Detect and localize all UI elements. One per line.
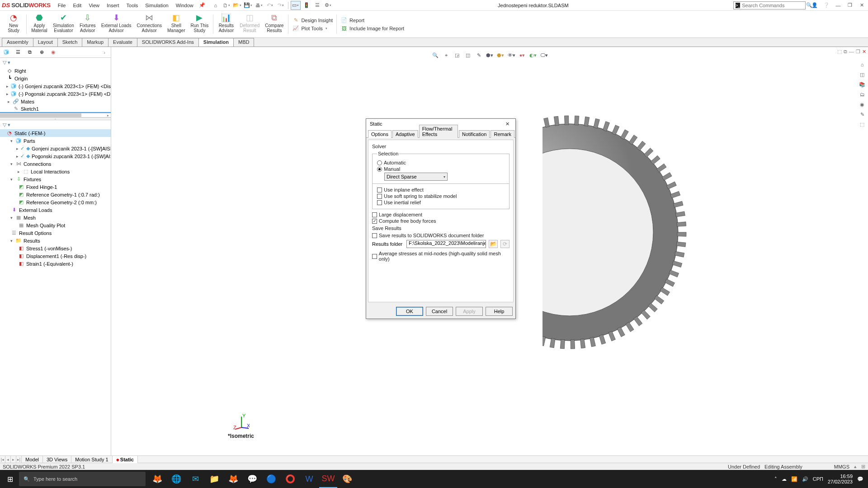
section-view-icon[interactable]: ◫ <box>463 51 473 60</box>
close-button[interactable]: ✕ <box>857 1 866 9</box>
restore-button[interactable]: ❐ <box>845 1 854 9</box>
radio-manual[interactable]: Manual <box>377 166 506 172</box>
save-icon[interactable]: 💾▾ <box>243 1 253 10</box>
sim-mesh-node[interactable]: ▾▦Mesh <box>0 214 111 221</box>
fm-expand-icon[interactable]: › <box>100 48 109 57</box>
refresh-folder-button[interactable]: ⟳ <box>500 240 509 248</box>
tree-item-origin[interactable]: ┗Origin <box>0 75 111 82</box>
scene-icon[interactable]: ◐▾ <box>528 51 538 60</box>
menu-window[interactable]: Window <box>172 2 197 9</box>
pin-icon[interactable]: 📌 <box>199 2 205 8</box>
plot-tools-button[interactable]: 📈Plot Tools▾ <box>292 25 333 32</box>
tab-markup[interactable]: Markup <box>82 38 108 47</box>
tree-item-sketch[interactable]: ✎Sketch1 <box>0 105 111 113</box>
compare-results-button[interactable]: ⧉Compare Results <box>262 12 286 37</box>
taskpane-custom-icon[interactable]: ✎ <box>858 110 866 118</box>
taskbar-edge-icon[interactable]: 🌐 <box>167 470 185 488</box>
results-advisor-button[interactable]: 📊Results Advisor <box>215 12 237 37</box>
shell-manager-button[interactable]: ◧Shell Manager <box>165 12 188 37</box>
fm-tab-property-icon[interactable]: ☰ <box>14 48 23 57</box>
sim-fixtures-node[interactable]: ▾⇩Fixtures <box>0 175 111 183</box>
menu-tools[interactable]: Tools <box>123 2 142 9</box>
menu-view[interactable]: View <box>85 2 103 9</box>
tray-clock[interactable]: 16:59 27/02/2023 <box>828 474 853 484</box>
sim-part-gonjeni[interactable]: ▸✓◆Gonjeni zupcanik 2023-1 (-[SW]AISI 10… <box>0 145 111 152</box>
undo-icon[interactable]: ↶▾ <box>265 1 275 10</box>
home-icon[interactable]: ⌂ <box>211 1 221 10</box>
taskbar-cortana-icon[interactable]: 🦊 <box>148 470 166 488</box>
help-button[interactable]: Help <box>486 307 513 316</box>
taskbar-word-icon[interactable]: W <box>300 470 318 488</box>
user-icon[interactable]: 👤 <box>810 1 819 9</box>
external-loads-advisor-button[interactable]: ⬇External Loads Advisor <box>99 12 134 37</box>
tree-item-gonjeni[interactable]: ▸🧊(-) Gonjeni zupcanik 2023<1> (FEM) <Di… <box>0 82 111 90</box>
bottom-tab-model[interactable]: Model <box>22 456 43 463</box>
sim-strain1[interactable]: ◧Strain1 (-Equivalent-) <box>0 260 111 267</box>
taskbar-opera-icon[interactable]: ⭕ <box>281 470 299 488</box>
fm-filter[interactable]: ▽ ▾ <box>0 58 111 67</box>
new-doc-icon[interactable]: 🗋▾ <box>222 1 231 10</box>
cancel-button[interactable]: Cancel <box>426 307 453 316</box>
print-icon[interactable]: 🖶▾ <box>254 1 264 10</box>
settings-icon[interactable]: ⚙▾ <box>323 1 333 10</box>
taskbar-firefox-icon[interactable]: 🦊 <box>224 470 242 488</box>
search-input[interactable] <box>742 3 804 8</box>
vp-split-icon[interactable]: ⧉ <box>844 49 847 55</box>
display-style-icon[interactable]: ⬣▾ <box>495 51 505 60</box>
zoom-area-icon[interactable]: ⌖ <box>441 51 451 60</box>
dlg-tab-adaptive[interactable]: Adaptive <box>392 130 418 138</box>
tray-notifications-icon[interactable]: 💬 <box>857 476 863 482</box>
sim-stress1[interactable]: ◧Stress1 (-vonMises-) <box>0 244 111 252</box>
rebuild-icon[interactable]: 🚦 <box>302 1 311 10</box>
dlg-tab-remark[interactable]: Remark <box>491 130 514 138</box>
ok-button[interactable]: OK <box>396 307 423 316</box>
sim-refgeo2[interactable]: ◩Reference Geometry-2 (:0 mm:) <box>0 198 111 206</box>
tree-item-right[interactable]: ◇Right <box>0 67 111 75</box>
chk-free-body[interactable]: Compute free body forces <box>372 218 509 224</box>
tree-item-pogonski[interactable]: ▸🧊(-) Pogonski zupcanik 2023<1> (FEM) <D… <box>0 90 111 98</box>
chk-avg-stress[interactable]: Average stresses at mid-nodes (high-qual… <box>372 251 509 262</box>
tab-mbd[interactable]: MBD <box>233 38 254 47</box>
sim-displacement1[interactable]: ◧Displacement1 (-Res disp-) <box>0 252 111 260</box>
taskpane-home-icon[interactable]: ⌂ <box>858 61 866 69</box>
tab-simulation[interactable]: Simulation <box>198 38 234 47</box>
simulation-evaluator-button[interactable]: ✔Simulation Evaluator <box>50 12 77 37</box>
taskbar-search[interactable]: 🔍 Type here to search <box>19 472 146 486</box>
menu-simulation[interactable]: Simulation <box>142 2 172 9</box>
chk-softspring[interactable]: Use soft spring to stabilize model <box>377 193 506 199</box>
sim-result-options[interactable]: ☰Result Options <box>0 229 111 237</box>
taskpane-appear-icon[interactable]: ◉ <box>858 100 866 108</box>
view-orient-icon[interactable]: ⬢▾ <box>485 51 495 60</box>
chk-inertial[interactable]: Use inertial relief <box>377 200 506 205</box>
redo-icon[interactable]: ↷▾ <box>276 1 286 10</box>
vp-expand-icon[interactable]: ⬚ <box>837 49 842 55</box>
sim-connections-node[interactable]: ▾⋈Connections <box>0 160 111 168</box>
start-button[interactable]: ⊞ <box>1 470 19 488</box>
tray-language[interactable]: СРП <box>813 476 823 482</box>
fm-tab-dim-icon[interactable]: ⊕ <box>37 48 46 57</box>
taskbar-chrome-icon[interactable]: 🔵 <box>262 470 280 488</box>
fm-tab-tree-icon[interactable]: 🧊 <box>2 48 11 57</box>
sim-refgeo1[interactable]: ◩Reference Geometry-1 (:0.7 rad:) <box>0 191 111 198</box>
tab-addins[interactable]: SOLIDWORKS Add-Ins <box>137 38 199 47</box>
tab-layout[interactable]: Layout <box>33 38 58 47</box>
browse-folder-button[interactable]: 📂 <box>489 240 498 248</box>
tray-volume-icon[interactable]: 🔊 <box>802 476 808 482</box>
taskpane-resources-icon[interactable]: ◫ <box>858 70 866 79</box>
sim-external-loads[interactable]: ⬇External Loads <box>0 206 111 214</box>
taskbar-mail-icon[interactable]: ✉ <box>186 470 204 488</box>
sim-filter[interactable]: ▽ ▾ <box>0 120 111 129</box>
status-custom-icon[interactable]: ⊞ <box>861 464 865 469</box>
hide-show-icon[interactable]: 👁▾ <box>506 51 516 60</box>
tray-onedrive-icon[interactable]: ☁ <box>782 476 787 482</box>
search-commands[interactable]: >_ 🔍 ▾ <box>733 1 806 9</box>
view-settings-icon[interactable]: 🖵▾ <box>539 51 549 60</box>
sim-fixed-hinge[interactable]: ◩Fixed Hinge-1 <box>0 183 111 191</box>
chk-large-displacement[interactable]: Large displacement <box>372 212 509 217</box>
dyn-annot-icon[interactable]: ✎ <box>474 51 484 60</box>
sim-study-node[interactable]: ◔Static (-FEM-) <box>0 129 111 137</box>
fm-tab-config-icon[interactable]: ⧉ <box>25 48 34 57</box>
taskbar-solidworks-icon[interactable]: SW <box>319 470 337 488</box>
appearance-icon[interactable]: ●▾ <box>517 51 527 60</box>
menu-file[interactable]: File <box>54 2 70 9</box>
